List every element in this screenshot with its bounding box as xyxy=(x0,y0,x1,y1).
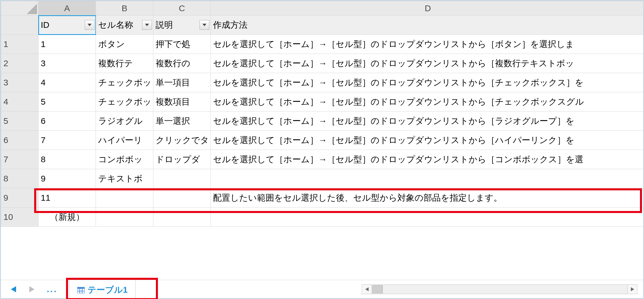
chevron-down-icon xyxy=(88,24,92,26)
table-row: 4 5 チェックボッ 複数項目 セルを選択して［ホーム］→［セル型］のドロップダ… xyxy=(1,92,643,112)
column-header-D[interactable]: D xyxy=(211,1,643,15)
sheet-tab-table1[interactable]: テーブル1 xyxy=(69,280,136,298)
cell[interactable]: 押下で処 xyxy=(153,35,211,54)
filter-cell-desc[interactable]: 説明 xyxy=(153,15,211,35)
cell[interactable]: 3 xyxy=(38,54,96,73)
cell[interactable] xyxy=(211,208,643,227)
row-header[interactable]: 5 xyxy=(1,112,38,131)
table-icon xyxy=(77,287,85,293)
row-header[interactable]: 3 xyxy=(1,73,38,92)
cell[interactable]: 7 xyxy=(38,131,96,150)
grid-area: A B C D ID セル名称 xyxy=(1,1,643,280)
filter-cell-method[interactable]: 作成方法 xyxy=(211,15,643,35)
row-header[interactable]: 6 xyxy=(1,131,38,150)
filter-header-row: ID セル名称 説明 xyxy=(1,15,643,35)
filter-dropdown-button[interactable] xyxy=(85,20,94,30)
scroll-track[interactable] xyxy=(372,285,627,294)
sheet-nav-more[interactable]: ... xyxy=(45,284,60,294)
cell[interactable]: 複数行テ xyxy=(96,54,153,73)
cell[interactable]: 11 xyxy=(38,188,96,208)
column-header-A[interactable]: A xyxy=(38,1,96,15)
row-header[interactable]: 8 xyxy=(1,169,38,188)
row-header[interactable]: 10 xyxy=(1,208,38,227)
scroll-right-button[interactable] xyxy=(627,285,637,294)
table-row: 2 3 複数行テ 複数行の セルを選択して［ホーム］→［セル型］のドロップダウン… xyxy=(1,54,643,73)
chevron-down-icon xyxy=(202,24,206,26)
sheet-nav-group: ... xyxy=(1,280,67,298)
select-all-corner[interactable] xyxy=(1,1,38,15)
filter-label: セル名称 xyxy=(98,20,133,30)
filter-dropdown-button[interactable] xyxy=(200,20,209,30)
cell[interactable] xyxy=(153,188,211,208)
table-row: 8 9 テキストボ xyxy=(1,169,643,188)
cell[interactable]: 配置したい範囲をセル選択した後、セル型から対象の部品を指定します。 xyxy=(211,188,643,208)
table-row: 7 8 コンボボッ ドロップダ セルを選択して［ホーム］→［セル型］のドロップダ… xyxy=(1,150,643,169)
cell[interactable]: 1 xyxy=(38,35,96,54)
cell[interactable]: 5 xyxy=(38,92,96,112)
cell[interactable]: テキストボ xyxy=(96,169,153,188)
hscroll-area xyxy=(138,280,643,298)
triangle-right-icon xyxy=(631,287,634,291)
cell[interactable]: ハイパーリ xyxy=(96,131,153,150)
row-header[interactable]: 4 xyxy=(1,92,38,112)
filter-dropdown-button[interactable] xyxy=(142,20,152,30)
column-header-C[interactable]: C xyxy=(153,1,211,15)
row-header-blank[interactable] xyxy=(1,15,38,35)
cell[interactable]: 単一選択 xyxy=(153,112,211,131)
cell[interactable] xyxy=(153,208,211,227)
sheet-nav-prev-button[interactable] xyxy=(8,284,19,295)
cell[interactable]: ラジオグル xyxy=(96,112,153,131)
cell[interactable]: セルを選択して［ホーム］→［セル型］のドロップダウンリストから［複数行テキストボ… xyxy=(211,54,643,73)
filter-cell-id[interactable]: ID xyxy=(38,15,96,35)
row-header[interactable]: 1 xyxy=(1,35,38,54)
cell[interactable]: セルを選択して［ホーム］→［セル型］のドロップダウンリストから［ハイパーリンク］… xyxy=(211,131,643,150)
row-header[interactable]: 7 xyxy=(1,150,38,169)
triangle-right-icon xyxy=(29,286,34,292)
triangle-left-icon xyxy=(365,287,369,291)
horizontal-scrollbar[interactable] xyxy=(362,284,637,294)
cell[interactable]: 9 xyxy=(38,169,96,188)
cell[interactable]: 8 xyxy=(38,150,96,169)
cell[interactable]: 単一項目 xyxy=(153,73,211,92)
cell[interactable]: ボタン xyxy=(96,35,153,54)
cell[interactable] xyxy=(153,169,211,188)
cell[interactable]: ドロップダ xyxy=(153,150,211,169)
scroll-thumb[interactable] xyxy=(372,285,383,293)
triangle-left-icon xyxy=(11,286,16,292)
table-row: 5 6 ラジオグル 単一選択 セルを選択して［ホーム］→［セル型］のドロップダウ… xyxy=(1,112,643,131)
sheet-tab-container: テーブル1 xyxy=(67,280,138,298)
row-header[interactable]: 9 xyxy=(1,188,38,208)
table-row: 10 （新規） xyxy=(1,208,643,227)
spreadsheet-window: A B C D ID セル名称 xyxy=(0,0,644,299)
cell[interactable]: クリックでタ xyxy=(153,131,211,150)
cell[interactable] xyxy=(96,208,153,227)
row-header[interactable]: 2 xyxy=(1,54,38,73)
cell[interactable]: チェックボッ xyxy=(96,92,153,112)
cell[interactable] xyxy=(96,188,153,208)
cell[interactable]: コンボボッ xyxy=(96,150,153,169)
cell[interactable]: 複数項目 xyxy=(153,92,211,112)
cell[interactable]: （新規） xyxy=(38,208,96,227)
filter-cell-name[interactable]: セル名称 xyxy=(96,15,153,35)
chevron-down-icon xyxy=(145,24,149,26)
spreadsheet-grid[interactable]: A B C D ID セル名称 xyxy=(1,1,643,227)
cell[interactable]: セルを選択して［ホーム］→［セル型］のドロップダウンリストから［コンボボックス］… xyxy=(211,150,643,169)
table-row: 1 1 ボタン 押下で処 セルを選択して［ホーム］→［セル型］のドロップダウンリ… xyxy=(1,35,643,54)
filter-label: 作成方法 xyxy=(213,20,247,30)
cell[interactable]: セルを選択して［ホーム］→［セル型］のドロップダウンリストから［チェックボックス… xyxy=(211,92,643,112)
cell[interactable]: チェックボッ xyxy=(96,73,153,92)
sheet-tab-label: テーブル1 xyxy=(88,284,128,296)
cell[interactable]: セルを選択して［ホーム］→［セル型］のドロップダウンリストから［ラジオグループ］… xyxy=(211,112,643,131)
cell[interactable]: セルを選択して［ホーム］→［セル型］のドロップダウンリストから［チェックボックス… xyxy=(211,73,643,92)
table-row: 9 11 配置したい範囲をセル選択した後、セル型から対象の部品を指定します。 xyxy=(1,188,643,208)
cell[interactable]: 4 xyxy=(38,73,96,92)
cell[interactable]: セルを選択して［ホーム］→［セル型］のドロップダウンリストから［ボタン］を選択し… xyxy=(211,35,643,54)
cell[interactable] xyxy=(211,169,643,188)
scroll-left-button[interactable] xyxy=(362,285,372,294)
bottom-bar: ... テーブル1 xyxy=(1,280,643,298)
sheet-nav-next-button[interactable] xyxy=(26,284,38,295)
filter-label: ID xyxy=(41,20,49,30)
column-header-B[interactable]: B xyxy=(96,1,153,15)
cell[interactable]: 複数行の xyxy=(153,54,211,73)
cell[interactable]: 6 xyxy=(38,112,96,131)
